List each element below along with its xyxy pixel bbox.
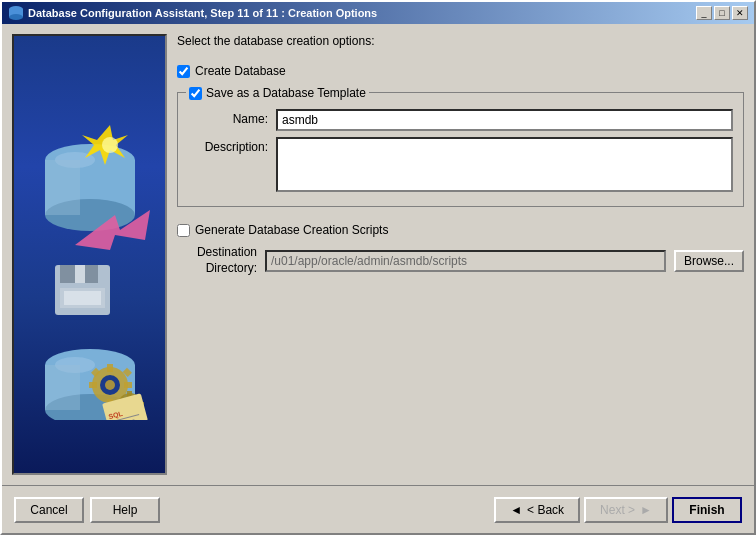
name-row: Name: xyxy=(188,109,733,131)
save-template-checkbox[interactable] xyxy=(189,87,202,100)
finish-button[interactable]: Finish xyxy=(672,497,742,523)
maximize-button[interactable]: □ xyxy=(714,6,730,20)
svg-point-23 xyxy=(105,380,115,390)
destination-row: Destination Directory: Browse... xyxy=(177,245,744,276)
name-input[interactable] xyxy=(276,109,733,131)
next-arrow: ► xyxy=(640,503,652,517)
illustration-panel: SQL xyxy=(12,34,167,475)
window-title: Database Configuration Assistant, Step 1… xyxy=(28,7,377,19)
create-database-checkbox[interactable] xyxy=(177,65,190,78)
svg-point-2 xyxy=(9,14,23,20)
destination-input[interactable] xyxy=(265,250,666,272)
close-button[interactable]: ✕ xyxy=(732,6,748,20)
generate-scripts-label: Generate Database Creation Scripts xyxy=(195,223,388,237)
destination-label: Destination Directory: xyxy=(177,245,257,276)
description-input[interactable] xyxy=(276,137,733,192)
svg-rect-26 xyxy=(89,382,97,388)
back-arrow: ◄ xyxy=(510,503,522,517)
minimize-button[interactable]: _ xyxy=(696,6,712,20)
browse-button[interactable]: Browse... xyxy=(674,250,744,272)
svg-rect-15 xyxy=(64,291,101,305)
cancel-button[interactable]: Cancel xyxy=(14,497,84,523)
back-label: < Back xyxy=(527,503,564,517)
footer-left-buttons: Cancel Help xyxy=(14,497,160,523)
save-template-label: Save as a Database Template xyxy=(206,86,366,100)
create-database-label: Create Database xyxy=(195,64,286,78)
section-label: Select the database creation options: xyxy=(177,34,744,48)
right-panel: Select the database creation options: Cr… xyxy=(177,34,744,475)
scripts-section: Generate Database Creation Scripts Desti… xyxy=(177,223,744,276)
wizard-illustration: SQL xyxy=(20,90,160,420)
next-label: Next > xyxy=(600,503,635,517)
generate-scripts-checkbox[interactable] xyxy=(177,224,190,237)
save-template-group: Save as a Database Template Name: Descri… xyxy=(177,92,744,207)
create-database-row: Create Database xyxy=(177,64,744,78)
description-row: Description: xyxy=(188,137,733,192)
description-label: Description: xyxy=(188,137,268,154)
svg-rect-7 xyxy=(45,160,80,215)
next-button[interactable]: Next > ► xyxy=(584,497,668,523)
footer-right-buttons: ◄ < Back Next > ► Finish xyxy=(494,497,742,523)
svg-point-9 xyxy=(102,137,118,153)
back-button[interactable]: ◄ < Back xyxy=(494,497,580,523)
help-button[interactable]: Help xyxy=(90,497,160,523)
db-icon xyxy=(8,5,24,21)
main-window: Database Configuration Assistant, Step 1… xyxy=(0,0,756,535)
generate-scripts-row: Generate Database Creation Scripts xyxy=(177,223,744,237)
window-controls: _ □ ✕ xyxy=(696,6,748,20)
content-area: SQL Select the database creation options… xyxy=(2,24,754,485)
svg-rect-13 xyxy=(75,265,85,283)
svg-rect-27 xyxy=(124,382,132,388)
svg-rect-24 xyxy=(107,364,113,372)
save-template-label-row: Save as a Database Template xyxy=(186,86,369,100)
name-label: Name: xyxy=(188,109,268,126)
title-bar: Database Configuration Assistant, Step 1… xyxy=(2,2,754,24)
svg-rect-20 xyxy=(45,365,80,410)
footer: Cancel Help ◄ < Back Next > ► Finish xyxy=(2,485,754,533)
